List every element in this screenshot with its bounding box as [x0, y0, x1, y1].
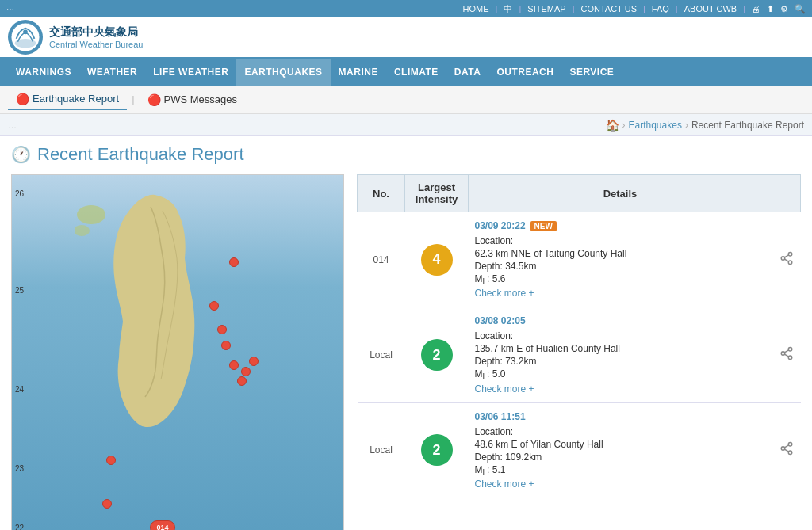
svg-point-2	[23, 30, 28, 35]
logo-icon	[8, 20, 43, 55]
alert-icon-2: 🔴	[147, 93, 161, 106]
eq-marker-9[interactable]	[106, 456, 116, 465]
nav-service[interactable]: SERVICE	[561, 59, 622, 86]
col-intensity: LargestIntensity	[405, 175, 469, 212]
nav-earthquakes[interactable]: EARTHQUAKES	[236, 59, 330, 86]
col-details: Details	[469, 175, 772, 212]
svg-line-14	[784, 354, 788, 357]
top-nav-right: HOME | 中 | SITEMAP | CONTACT US | FAQ | …	[463, 3, 806, 15]
share-button[interactable]	[779, 254, 794, 268]
breadcrumb-dots: …	[8, 120, 17, 130]
eq-marker-2[interactable]	[209, 301, 219, 311]
logo-zh: 交通部中央氣象局	[49, 25, 143, 40]
tab-separator: |	[132, 93, 134, 105]
svg-line-10	[784, 255, 788, 257]
nav-outreach[interactable]: OUTREACH	[488, 59, 561, 86]
table-body: 014403/09 20:22NEWLocation:62.3 km NNE o…	[358, 212, 801, 498]
breadcrumb: 🏠 › Earthquakes › Recent Earthquake Repo…	[606, 119, 804, 132]
sub-navigation: 🔴 Earthquake Report | 🔴 PWS Messages	[0, 86, 812, 114]
breadcrumb-bar: … 🏠 › Earthquakes › Recent Earthquake Re…	[0, 114, 812, 136]
check-more-link[interactable]: Check more +	[475, 479, 766, 490]
share-icon[interactable]: ⬆	[767, 4, 774, 14]
svg-point-16	[788, 443, 792, 447]
faq-link[interactable]: FAQ	[652, 4, 669, 13]
row-no: 014	[358, 212, 405, 307]
clock-icon: 🕐	[11, 145, 31, 164]
tab-pws-messages[interactable]: 🔴 PWS Messages	[140, 90, 245, 109]
logo-text: 交通部中央氣象局 Central Weather Bureau	[49, 25, 143, 49]
row-location: 135.7 km E of Hualien County Hall	[475, 343, 766, 354]
nav-climate[interactable]: CLIMATE	[386, 59, 446, 86]
chinese-link[interactable]: 中	[504, 3, 512, 15]
table-row: Local203/08 02:05Location:135.7 km E of …	[358, 307, 801, 402]
svg-point-12	[781, 352, 785, 356]
page-title: Recent Earthquake Report	[37, 144, 244, 165]
nav-marine[interactable]: MARINE	[331, 59, 386, 86]
breadcrumb-sep2: ›	[685, 120, 688, 131]
new-badge: NEW	[530, 221, 557, 231]
row-depth: Depth: 109.2km	[475, 452, 766, 463]
eq-marker-014[interactable]: 014	[150, 520, 175, 530]
tab-earthquake-report[interactable]: 🔴 Earthquake Report	[8, 90, 127, 110]
eq-marker-10[interactable]	[102, 499, 112, 509]
share-button[interactable]	[779, 349, 794, 363]
row-no: Local	[358, 402, 405, 498]
tab-pws-label: PWS Messages	[164, 93, 237, 105]
about-link[interactable]: ABOUT CWB	[684, 4, 737, 13]
check-more-link[interactable]: Check more +	[475, 383, 766, 395]
home-breadcrumb-icon[interactable]: 🏠	[606, 119, 619, 132]
eq-marker-3[interactable]	[217, 325, 227, 334]
intensity-circle: 4	[421, 244, 453, 276]
row-intensity: 2	[405, 402, 469, 498]
nav-life-weather[interactable]: LIFE WEATHER	[145, 59, 236, 86]
eq-marker-1[interactable]	[229, 257, 239, 267]
table-header: No. LargestIntensity Details	[358, 175, 801, 212]
svg-point-4	[77, 205, 105, 224]
home-link[interactable]: HOME	[463, 4, 489, 13]
row-share	[772, 402, 801, 498]
top-nav-dots: ⋯	[6, 5, 15, 13]
nav-data[interactable]: DATA	[446, 59, 489, 86]
nav-weather[interactable]: WEATHER	[79, 59, 145, 86]
content-layout: 26 25 24 23 22	[11, 174, 801, 530]
page-title-area: 🕐 Recent Earthquake Report	[11, 144, 801, 165]
settings-icon[interactable]: ⚙	[780, 4, 788, 14]
logo-en: Central Weather Bureau	[49, 40, 143, 49]
print-icon[interactable]: 🖨	[752, 4, 760, 13]
eq-marker-5[interactable]	[229, 360, 239, 370]
row-details: 03/09 20:22NEWLocation:62.3 km NNE of Ta…	[469, 212, 772, 307]
col-no: No.	[358, 175, 405, 212]
row-magnitude: ML: 5.1	[475, 464, 766, 477]
share-button[interactable]	[779, 444, 794, 458]
check-more-link[interactable]: Check more +	[475, 288, 766, 299]
eq-marker-8[interactable]	[249, 357, 259, 366]
row-location-label: Location:	[475, 235, 766, 246]
row-details: 03/06 11:51Location:48.6 km E of Yilan C…	[469, 402, 772, 498]
row-no: Local	[358, 307, 405, 402]
eq-marker-6[interactable]	[237, 376, 247, 386]
svg-line-20	[784, 445, 788, 448]
row-date: 03/09 20:22	[475, 220, 526, 231]
table-row: 014403/09 20:22NEWLocation:62.3 km NNE o…	[358, 212, 801, 307]
row-date: 03/08 02:05	[475, 315, 526, 326]
row-intensity: 2	[405, 307, 469, 402]
eq-marker-7[interactable]	[241, 367, 251, 376]
row-share	[772, 212, 801, 307]
intensity-circle: 2	[421, 434, 453, 466]
eq-marker-4[interactable]	[221, 341, 231, 350]
alert-icon-1: 🔴	[16, 93, 29, 105]
row-depth: Depth: 34.5km	[475, 261, 766, 272]
nav-warnings[interactable]: WARNINGS	[8, 59, 79, 86]
logo-area: 交通部中央氣象局 Central Weather Bureau	[8, 20, 143, 55]
col-share	[772, 175, 801, 212]
top-nav-left: ⋯	[6, 5, 15, 13]
earthquake-table-area: No. LargestIntensity Details 014403/09 2…	[357, 174, 801, 530]
top-navigation: ⋯ HOME | 中 | SITEMAP | CONTACT US | FAQ …	[0, 0, 812, 17]
breadcrumb-earthquakes[interactable]: Earthquakes	[629, 120, 682, 131]
earthquake-table: No. LargestIntensity Details 014403/09 2…	[357, 174, 801, 498]
sitemap-link[interactable]: SITEMAP	[527, 4, 565, 13]
lat-label-25: 25	[15, 286, 24, 295]
map-background: 26 25 24 23 22	[12, 175, 343, 530]
search-icon[interactable]: 🔍	[795, 4, 806, 14]
contact-link[interactable]: CONTACT US	[580, 4, 637, 13]
